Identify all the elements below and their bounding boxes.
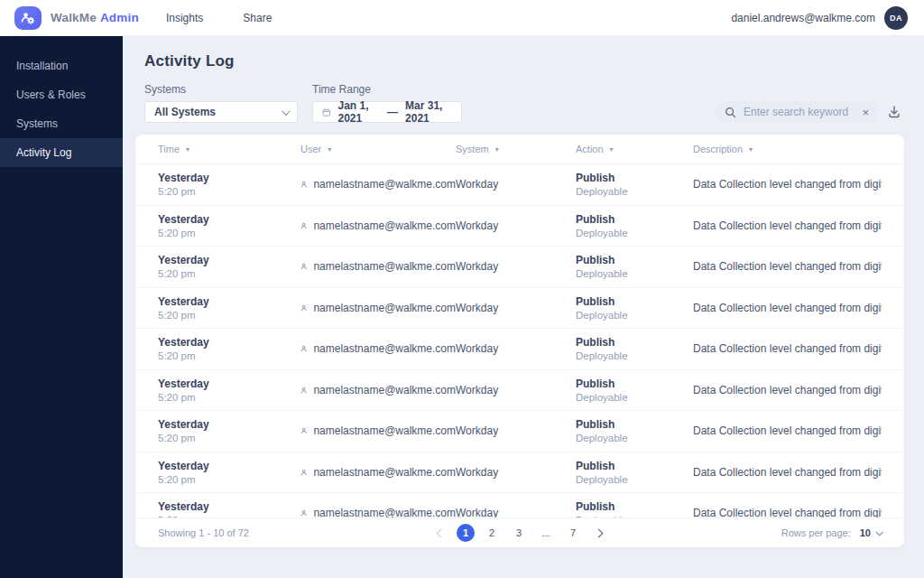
calendar-icon: [322, 107, 330, 118]
sidebar-item-systems[interactable]: Systems: [0, 109, 123, 138]
system-cell: Workday: [456, 178, 576, 191]
description-cell: Data Collection level changed from digit…: [693, 507, 882, 517]
page-button-3[interactable]: 3: [509, 524, 529, 542]
main-content: Activity Log Systems All Systems Time Ra…: [123, 36, 924, 578]
sidebar-item-installation[interactable]: Installation: [0, 51, 123, 80]
description-cell: Data Collection level changed from digit…: [693, 384, 882, 396]
user-cell: namelastname@walkme.com: [300, 260, 456, 273]
user-icon: [300, 507, 307, 517]
topbar: WalkMe Admin Insights Share daniel.andre…: [0, 0, 924, 36]
column-header-system[interactable]: System▾: [456, 144, 576, 154]
avatar[interactable]: DA: [884, 6, 908, 30]
table-body: Yesterday 5:20 pm namelastname@walkme.co…: [135, 164, 904, 517]
system-cell: Workday: [456, 384, 576, 396]
time-cell: Yesterday 5:20 pm: [158, 336, 300, 361]
description-cell: Data Collection level changed from digit…: [693, 302, 882, 314]
column-header-action[interactable]: Action▾: [576, 144, 693, 154]
user-icon: [300, 424, 307, 437]
pagination: 123...7: [438, 524, 602, 542]
time-cell: Yesterday 5:20 pm: [158, 378, 300, 403]
user-email: daniel.andrews@walkme.com: [731, 12, 875, 24]
table-row[interactable]: Yesterday 5:20 pm namelastname@walkme.co…: [135, 370, 904, 412]
next-page-icon[interactable]: [595, 528, 604, 537]
system-cell: Workday: [456, 260, 576, 273]
systems-select[interactable]: All Systems: [144, 101, 298, 123]
table-row[interactable]: Yesterday 5:20 pm namelastname@walkme.co…: [135, 329, 904, 370]
time-cell: Yesterday 5:20 pm: [158, 418, 300, 443]
action-cell: Publish Deployable: [576, 500, 693, 517]
chevron-down-icon: [875, 528, 882, 536]
table-row[interactable]: Yesterday 5:20 pm namelastname@walkme.co…: [135, 411, 904, 452]
nav-insights[interactable]: Insights: [166, 12, 203, 24]
search-input[interactable]: [744, 106, 855, 118]
sidebar-item-activity-log[interactable]: Activity Log: [0, 138, 123, 167]
column-header-description[interactable]: Description▾: [693, 144, 882, 154]
user-cell: namelastname@walkme.com: [300, 466, 456, 479]
walkme-logo[interactable]: WalkMe Admin: [14, 6, 139, 30]
system-cell: Workday: [456, 466, 576, 479]
time-range-picker[interactable]: Jan 1, 2021 — Mar 31, 2021: [312, 101, 462, 123]
column-header-time[interactable]: Time▾: [158, 144, 300, 154]
page-button-7[interactable]: 7: [563, 524, 583, 542]
nav-share[interactable]: Share: [243, 12, 272, 24]
chevron-down-icon: [282, 107, 291, 116]
user-icon: [300, 219, 307, 232]
previous-page-icon[interactable]: [437, 528, 446, 537]
action-cell: Publish Deployable: [576, 295, 693, 321]
column-header-user[interactable]: User▾: [300, 144, 456, 154]
time-cell: Yesterday 5:20 pm: [158, 500, 300, 517]
download-icon[interactable]: [887, 105, 901, 119]
table-row[interactable]: Yesterday 5:20 pm namelastname@walkme.co…: [135, 288, 904, 330]
user-icon: [300, 260, 307, 273]
action-cell: Publish Deployable: [576, 460, 693, 485]
system-cell: Workday: [456, 342, 576, 355]
range-start: Jan 1, 2021: [337, 99, 380, 125]
user-cell: namelastname@walkme.com: [300, 424, 456, 437]
user-cell: namelastname@walkme.com: [300, 178, 456, 191]
search-box[interactable]: ×: [716, 101, 878, 123]
user-cell: namelastname@walkme.com: [300, 342, 456, 355]
sidebar-item-users-roles[interactable]: Users & Roles: [0, 80, 123, 109]
action-cell: Publish Deployable: [576, 254, 693, 279]
rows-per-page-select[interactable]: 10: [860, 527, 882, 538]
action-cell: Publish Deployable: [576, 213, 693, 238]
table-row[interactable]: Yesterday 5:20 pm namelastname@walkme.co…: [135, 164, 904, 206]
page-button-2[interactable]: 2: [482, 524, 502, 542]
user-icon: [300, 178, 307, 191]
table-row[interactable]: Yesterday 5:20 pm namelastname@walkme.co…: [135, 493, 904, 517]
user-icon: [300, 384, 307, 396]
table-row[interactable]: Yesterday 5:20 pm namelastname@walkme.co…: [135, 247, 904, 288]
action-cell: Publish Deployable: [576, 336, 693, 361]
range-separator: —: [387, 106, 398, 118]
top-nav: Insights Share: [166, 12, 272, 24]
table-footer: Showing 1 - 10 of 72 123...7 Rows per pa…: [135, 517, 904, 547]
time-cell: Yesterday 5:20 pm: [158, 295, 300, 321]
filter-row: Systems All Systems Time Range Jan 1, 20…: [135, 83, 904, 123]
range-end: Mar 31, 2021: [405, 99, 452, 125]
system-cell: Workday: [456, 302, 576, 314]
description-cell: Data Collection level changed from digit…: [693, 342, 882, 355]
time-cell: Yesterday 5:20 pm: [158, 460, 300, 485]
sort-icon[interactable]: ▾: [495, 145, 499, 154]
page-button-1[interactable]: 1: [457, 524, 475, 542]
description-cell: Data Collection level changed from digit…: [693, 219, 882, 232]
page-ellipsis: ...: [536, 524, 556, 542]
sort-icon[interactable]: ▾: [610, 145, 614, 154]
description-cell: Data Collection level changed from digit…: [693, 260, 882, 273]
rows-per-page-label: Rows per page:: [781, 527, 851, 538]
action-cell: Publish Deployable: [576, 418, 693, 443]
time-range-label: Time Range: [312, 83, 462, 96]
table-row[interactable]: Yesterday 5:20 pm namelastname@walkme.co…: [135, 452, 904, 494]
sort-icon[interactable]: ▾: [328, 145, 331, 154]
search-icon: [725, 107, 736, 118]
time-cell: Yesterday 5:20 pm: [158, 213, 300, 238]
table-header: Time▾ User▾ System▾ Action▾ Description▾: [135, 135, 904, 164]
systems-filter-label: Systems: [144, 83, 298, 96]
sort-icon[interactable]: ▾: [186, 145, 189, 154]
clear-search-icon[interactable]: ×: [862, 107, 869, 118]
sidebar: Installation Users & Roles Systems Activ…: [0, 36, 123, 578]
action-cell: Publish Deployable: [576, 378, 693, 403]
results-summary: Showing 1 - 10 of 72: [158, 527, 249, 538]
sort-icon[interactable]: ▾: [749, 145, 753, 154]
table-row[interactable]: Yesterday 5:20 pm namelastname@walkme.co…: [135, 206, 904, 247]
